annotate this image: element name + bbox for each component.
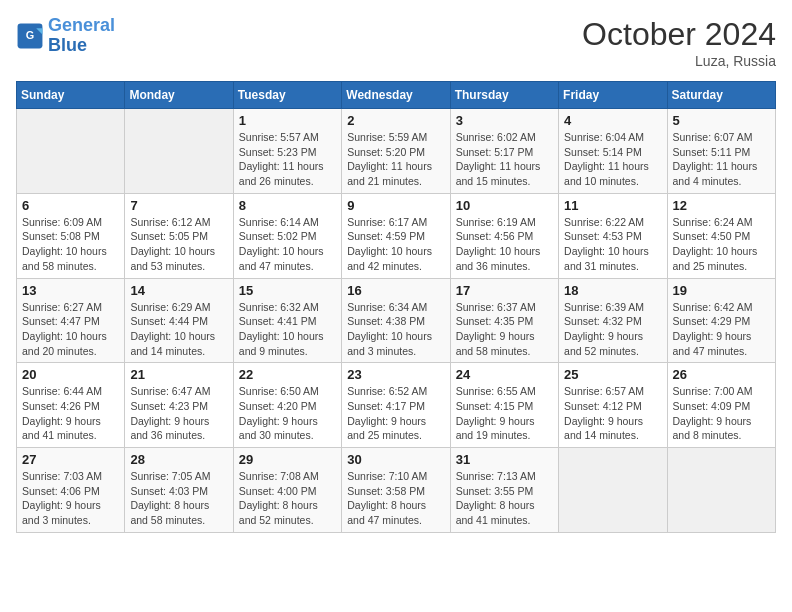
calendar-cell: 30Sunrise: 7:10 AM Sunset: 3:58 PM Dayli… (342, 448, 450, 533)
day-info: Sunrise: 6:14 AM Sunset: 5:02 PM Dayligh… (239, 215, 336, 274)
day-info: Sunrise: 6:09 AM Sunset: 5:08 PM Dayligh… (22, 215, 119, 274)
day-number: 16 (347, 283, 444, 298)
day-number: 15 (239, 283, 336, 298)
day-number: 13 (22, 283, 119, 298)
calendar-week-5: 27Sunrise: 7:03 AM Sunset: 4:06 PM Dayli… (17, 448, 776, 533)
day-info: Sunrise: 6:50 AM Sunset: 4:20 PM Dayligh… (239, 384, 336, 443)
calendar-cell (17, 109, 125, 194)
day-info: Sunrise: 6:24 AM Sunset: 4:50 PM Dayligh… (673, 215, 770, 274)
calendar-cell (559, 448, 667, 533)
day-number: 29 (239, 452, 336, 467)
day-info: Sunrise: 6:19 AM Sunset: 4:56 PM Dayligh… (456, 215, 553, 274)
day-number: 2 (347, 113, 444, 128)
day-number: 10 (456, 198, 553, 213)
calendar-cell: 31Sunrise: 7:13 AM Sunset: 3:55 PM Dayli… (450, 448, 558, 533)
day-info: Sunrise: 5:57 AM Sunset: 5:23 PM Dayligh… (239, 130, 336, 189)
calendar-cell: 19Sunrise: 6:42 AM Sunset: 4:29 PM Dayli… (667, 278, 775, 363)
day-info: Sunrise: 7:05 AM Sunset: 4:03 PM Dayligh… (130, 469, 227, 528)
calendar-cell: 27Sunrise: 7:03 AM Sunset: 4:06 PM Dayli… (17, 448, 125, 533)
logo-line2: Blue (48, 35, 87, 55)
day-info: Sunrise: 5:59 AM Sunset: 5:20 PM Dayligh… (347, 130, 444, 189)
calendar-cell: 7Sunrise: 6:12 AM Sunset: 5:05 PM Daylig… (125, 193, 233, 278)
calendar-cell: 26Sunrise: 7:00 AM Sunset: 4:09 PM Dayli… (667, 363, 775, 448)
calendar-cell: 5Sunrise: 6:07 AM Sunset: 5:11 PM Daylig… (667, 109, 775, 194)
day-number: 21 (130, 367, 227, 382)
calendar-cell: 18Sunrise: 6:39 AM Sunset: 4:32 PM Dayli… (559, 278, 667, 363)
calendar-cell: 22Sunrise: 6:50 AM Sunset: 4:20 PM Dayli… (233, 363, 341, 448)
day-info: Sunrise: 7:13 AM Sunset: 3:55 PM Dayligh… (456, 469, 553, 528)
calendar-cell: 23Sunrise: 6:52 AM Sunset: 4:17 PM Dayli… (342, 363, 450, 448)
day-number: 7 (130, 198, 227, 213)
day-number: 11 (564, 198, 661, 213)
day-info: Sunrise: 6:39 AM Sunset: 4:32 PM Dayligh… (564, 300, 661, 359)
calendar-cell (125, 109, 233, 194)
logo-line1: General (48, 15, 115, 35)
column-header-monday: Monday (125, 82, 233, 109)
calendar-cell: 16Sunrise: 6:34 AM Sunset: 4:38 PM Dayli… (342, 278, 450, 363)
day-info: Sunrise: 7:10 AM Sunset: 3:58 PM Dayligh… (347, 469, 444, 528)
calendar-week-1: 1Sunrise: 5:57 AM Sunset: 5:23 PM Daylig… (17, 109, 776, 194)
calendar-week-4: 20Sunrise: 6:44 AM Sunset: 4:26 PM Dayli… (17, 363, 776, 448)
day-number: 24 (456, 367, 553, 382)
day-info: Sunrise: 7:08 AM Sunset: 4:00 PM Dayligh… (239, 469, 336, 528)
logo-text: General Blue (48, 16, 115, 56)
day-number: 1 (239, 113, 336, 128)
calendar-cell: 28Sunrise: 7:05 AM Sunset: 4:03 PM Dayli… (125, 448, 233, 533)
calendar-cell: 6Sunrise: 6:09 AM Sunset: 5:08 PM Daylig… (17, 193, 125, 278)
day-number: 20 (22, 367, 119, 382)
day-info: Sunrise: 6:42 AM Sunset: 4:29 PM Dayligh… (673, 300, 770, 359)
calendar-week-2: 6Sunrise: 6:09 AM Sunset: 5:08 PM Daylig… (17, 193, 776, 278)
calendar-table: SundayMondayTuesdayWednesdayThursdayFrid… (16, 81, 776, 533)
calendar-cell: 10Sunrise: 6:19 AM Sunset: 4:56 PM Dayli… (450, 193, 558, 278)
calendar-cell: 9Sunrise: 6:17 AM Sunset: 4:59 PM Daylig… (342, 193, 450, 278)
day-number: 31 (456, 452, 553, 467)
day-info: Sunrise: 6:47 AM Sunset: 4:23 PM Dayligh… (130, 384, 227, 443)
day-info: Sunrise: 6:22 AM Sunset: 4:53 PM Dayligh… (564, 215, 661, 274)
svg-text:G: G (26, 29, 34, 41)
calendar-body: 1Sunrise: 5:57 AM Sunset: 5:23 PM Daylig… (17, 109, 776, 533)
calendar-cell: 14Sunrise: 6:29 AM Sunset: 4:44 PM Dayli… (125, 278, 233, 363)
day-number: 26 (673, 367, 770, 382)
day-number: 12 (673, 198, 770, 213)
day-number: 4 (564, 113, 661, 128)
logo: G General Blue (16, 16, 115, 56)
day-number: 25 (564, 367, 661, 382)
day-number: 3 (456, 113, 553, 128)
day-number: 14 (130, 283, 227, 298)
calendar-cell: 2Sunrise: 5:59 AM Sunset: 5:20 PM Daylig… (342, 109, 450, 194)
day-info: Sunrise: 6:12 AM Sunset: 5:05 PM Dayligh… (130, 215, 227, 274)
day-info: Sunrise: 6:07 AM Sunset: 5:11 PM Dayligh… (673, 130, 770, 189)
day-info: Sunrise: 6:37 AM Sunset: 4:35 PM Dayligh… (456, 300, 553, 359)
calendar-cell: 3Sunrise: 6:02 AM Sunset: 5:17 PM Daylig… (450, 109, 558, 194)
calendar-cell: 12Sunrise: 6:24 AM Sunset: 4:50 PM Dayli… (667, 193, 775, 278)
day-info: Sunrise: 6:57 AM Sunset: 4:12 PM Dayligh… (564, 384, 661, 443)
day-number: 27 (22, 452, 119, 467)
column-header-tuesday: Tuesday (233, 82, 341, 109)
day-info: Sunrise: 6:27 AM Sunset: 4:47 PM Dayligh… (22, 300, 119, 359)
day-info: Sunrise: 6:29 AM Sunset: 4:44 PM Dayligh… (130, 300, 227, 359)
calendar-cell: 25Sunrise: 6:57 AM Sunset: 4:12 PM Dayli… (559, 363, 667, 448)
day-number: 6 (22, 198, 119, 213)
calendar-cell: 4Sunrise: 6:04 AM Sunset: 5:14 PM Daylig… (559, 109, 667, 194)
column-header-saturday: Saturday (667, 82, 775, 109)
location: Luza, Russia (582, 53, 776, 69)
day-number: 28 (130, 452, 227, 467)
calendar-cell: 29Sunrise: 7:08 AM Sunset: 4:00 PM Dayli… (233, 448, 341, 533)
page-header: G General Blue October 2024 Luza, Russia (16, 16, 776, 69)
calendar-cell: 20Sunrise: 6:44 AM Sunset: 4:26 PM Dayli… (17, 363, 125, 448)
day-number: 30 (347, 452, 444, 467)
day-info: Sunrise: 6:55 AM Sunset: 4:15 PM Dayligh… (456, 384, 553, 443)
calendar-header-row: SundayMondayTuesdayWednesdayThursdayFrid… (17, 82, 776, 109)
column-header-sunday: Sunday (17, 82, 125, 109)
column-header-wednesday: Wednesday (342, 82, 450, 109)
day-info: Sunrise: 6:17 AM Sunset: 4:59 PM Dayligh… (347, 215, 444, 274)
column-header-thursday: Thursday (450, 82, 558, 109)
calendar-cell: 21Sunrise: 6:47 AM Sunset: 4:23 PM Dayli… (125, 363, 233, 448)
calendar-cell: 24Sunrise: 6:55 AM Sunset: 4:15 PM Dayli… (450, 363, 558, 448)
day-number: 18 (564, 283, 661, 298)
calendar-cell: 13Sunrise: 6:27 AM Sunset: 4:47 PM Dayli… (17, 278, 125, 363)
calendar-cell: 15Sunrise: 6:32 AM Sunset: 4:41 PM Dayli… (233, 278, 341, 363)
title-area: October 2024 Luza, Russia (582, 16, 776, 69)
day-number: 23 (347, 367, 444, 382)
day-number: 8 (239, 198, 336, 213)
